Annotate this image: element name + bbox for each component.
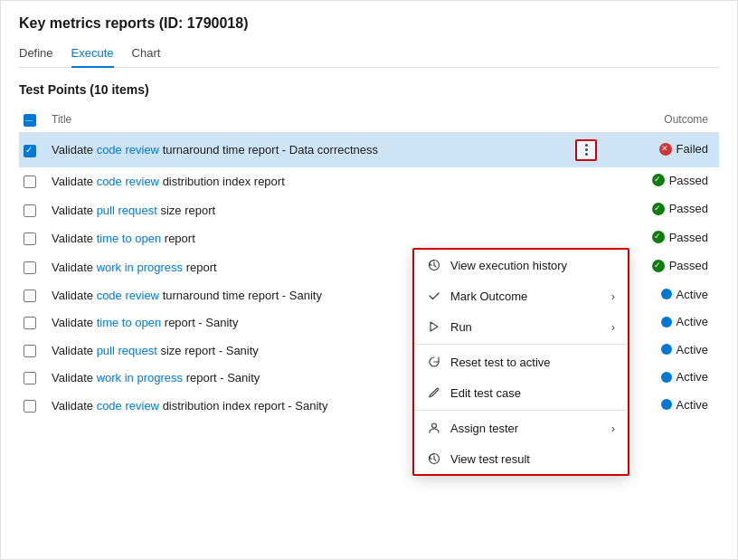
menu-item-label: View test result	[450, 452, 530, 466]
outcome-badge: Passed	[652, 202, 708, 215]
row-checkbox[interactable]	[24, 289, 36, 302]
row-checkbox[interactable]	[24, 372, 36, 384]
menu-item-history[interactable]: View execution history	[414, 250, 628, 280]
outcome-label: Passed	[669, 259, 708, 272]
more-options-button[interactable]	[575, 139, 597, 161]
active-icon	[661, 317, 672, 327]
outcome-label: Passed	[669, 202, 708, 215]
outcome-label: Active	[676, 343, 708, 356]
outcome-badge: Passed	[652, 174, 708, 187]
outcome-badge: Passed	[652, 259, 708, 272]
outcome-badge: Passed	[652, 231, 708, 244]
submenu-arrow-icon: ›	[611, 422, 615, 435]
menu-icon-reset	[427, 355, 441, 369]
active-icon	[661, 344, 672, 355]
menu-item-label: Mark Outcome	[450, 289, 527, 303]
outcome-label: Passed	[669, 231, 708, 244]
outcome-label: Active	[676, 315, 708, 328]
svg-marker-1	[430, 322, 438, 331]
table-row[interactable]: Validate code review distribution index …	[19, 167, 719, 196]
svg-point-2	[432, 423, 437, 428]
tab-define[interactable]: Define	[19, 43, 53, 67]
outcome-cell: Passed	[604, 167, 719, 196]
table-row[interactable]: Validate pull request size reportPassed	[19, 195, 719, 224]
outcome-label: Active	[676, 370, 708, 384]
active-icon	[661, 372, 672, 383]
passed-icon	[652, 231, 665, 243]
menu-item-play[interactable]: Run ›	[414, 311, 628, 342]
tabs-bar: Define Execute Chart	[19, 43, 719, 68]
menu-item-label: View execution history	[450, 259, 567, 272]
failed-icon	[659, 143, 672, 156]
menu-item-label: Assign tester	[450, 422, 518, 435]
menu-icon-play	[427, 319, 441, 334]
outcome-cell: Failed	[604, 132, 719, 167]
table-row[interactable]: Validate code review turnaround time rep…	[19, 132, 719, 167]
outcome-column-header: Outcome	[604, 108, 719, 132]
menu-icon-person	[427, 421, 441, 435]
tab-execute[interactable]: Execute	[71, 43, 114, 67]
passed-icon	[652, 174, 665, 186]
menu-item-label: Edit test case	[450, 386, 521, 400]
outcome-cell: Passed	[604, 195, 719, 224]
menu-icon-check	[427, 289, 441, 303]
outcome-label: Active	[676, 398, 708, 412]
outcome-badge: Failed	[659, 142, 708, 156]
outcome-label: Active	[676, 288, 708, 301]
title-column-header: Title	[44, 108, 568, 132]
select-all-checkbox[interactable]	[24, 114, 36, 127]
menu-item-edit[interactable]: Edit test case	[414, 377, 628, 408]
submenu-arrow-icon: ›	[611, 289, 615, 303]
menu-item-label: Run	[450, 320, 472, 334]
row-checkbox[interactable]	[24, 176, 36, 188]
active-icon	[661, 399, 672, 410]
outcome-badge: Active	[661, 288, 708, 301]
row-checkbox[interactable]	[24, 145, 36, 157]
menu-icon-history	[427, 258, 441, 272]
row-checkbox[interactable]	[24, 400, 36, 413]
menu-separator	[414, 410, 628, 411]
row-title: Validate code review turnaround time rep…	[44, 132, 568, 167]
outcome-badge: Active	[661, 343, 708, 356]
row-checkbox[interactable]	[24, 317, 36, 329]
passed-icon	[652, 203, 665, 215]
menu-item-person[interactable]: Assign tester ›	[414, 413, 628, 443]
menu-item-label: Reset test to active	[450, 356, 551, 369]
row-checkbox[interactable]	[24, 233, 36, 245]
menu-icon-history2	[427, 451, 441, 466]
submenu-arrow-icon: ›	[611, 320, 615, 334]
menu-separator	[414, 344, 628, 345]
section-title: Test Points (10 items)	[19, 82, 719, 97]
outcome-label: Failed	[676, 142, 708, 156]
menu-icon-edit	[427, 385, 441, 400]
menu-item-reset[interactable]: Reset test to active	[414, 346, 628, 377]
context-menu: View execution history Mark Outcome › Ru…	[412, 248, 629, 476]
row-title: Validate pull request size report	[44, 195, 568, 224]
row-checkbox[interactable]	[24, 261, 36, 274]
outcome-badge: Active	[661, 370, 708, 384]
outcome-label: Passed	[669, 174, 708, 187]
passed-icon	[652, 260, 665, 272]
table-container: Title Outcome Validate code review turna…	[19, 108, 719, 550]
row-title: Validate code review distribution index …	[44, 167, 568, 196]
page-title: Key metrics reports (ID: 1790018)	[19, 15, 719, 32]
row-checkbox[interactable]	[24, 204, 36, 217]
outcome-badge: Active	[661, 398, 708, 412]
outcome-badge: Active	[661, 315, 708, 328]
tab-chart[interactable]: Chart	[132, 43, 161, 67]
row-checkbox[interactable]	[24, 345, 36, 357]
menu-item-history2[interactable]: View test result	[414, 443, 628, 474]
menu-item-check[interactable]: Mark Outcome ›	[414, 280, 628, 311]
page-container: Key metrics reports (ID: 1790018) Define…	[0, 0, 738, 560]
active-icon	[661, 289, 672, 299]
